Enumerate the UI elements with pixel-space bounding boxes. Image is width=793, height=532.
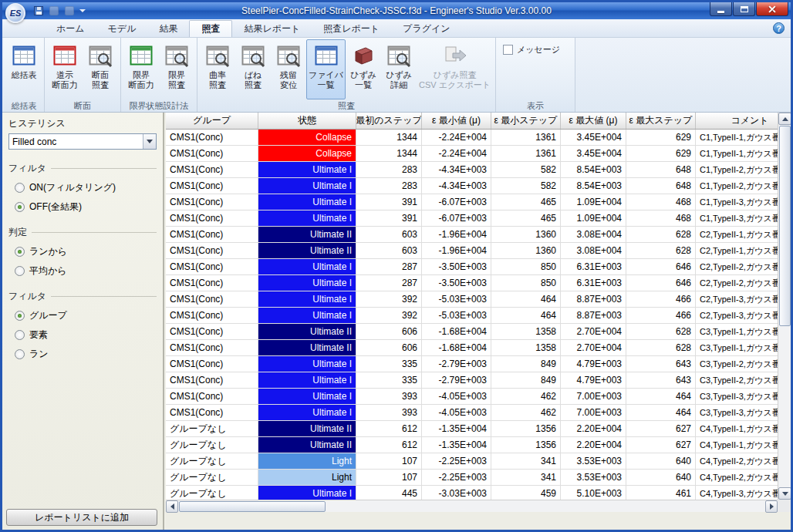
- column-header[interactable]: ε 最大ステップ: [626, 113, 696, 129]
- cell-min-step: 1360: [491, 227, 561, 243]
- table-row[interactable]: CMS1(Conc) Ultimate I 391 -6.07E+003 465…: [166, 210, 778, 227]
- tab-label: 結果: [159, 22, 177, 35]
- table-row[interactable]: グループなし Light 107 -2.25E+003 341 3.53E+00…: [166, 470, 778, 486]
- ribbon-button[interactable]: ファイバ 一覧: [306, 39, 346, 99]
- table-row[interactable]: CMS1(Conc) Ultimate I 335 -2.79E+003 849…: [166, 372, 778, 389]
- ribbon-button[interactable]: 限界 断面力: [123, 39, 159, 99]
- cell-min-step: 1356: [491, 437, 561, 453]
- dropdown-arrow-icon[interactable]: [143, 134, 156, 149]
- table-row[interactable]: CMS1(Conc) Collapse 1344 -2.24E+004 1361…: [166, 146, 778, 162]
- ribbon-button[interactable]: ひずみ 詳細: [381, 39, 417, 99]
- ribbon-button[interactable]: 断面 照査: [83, 39, 118, 99]
- table-row[interactable]: CMS1(Conc) Ultimate I 391 -6.07E+003 465…: [166, 194, 778, 210]
- ribbon-button[interactable]: 曲率 照査: [200, 39, 235, 99]
- table-row[interactable]: CMS1(Conc) Ultimate I 393 -4.05E+003 462…: [166, 389, 778, 405]
- close-button[interactable]: [756, 2, 788, 16]
- app-logo[interactable]: ES: [5, 3, 25, 23]
- radio-option[interactable]: ON(フィルタリング): [15, 181, 157, 194]
- scroll-down-icon[interactable]: [778, 487, 791, 500]
- column-header[interactable]: 最初のステップ: [356, 113, 422, 129]
- section-header: フィルタ: [8, 290, 157, 303]
- table-row[interactable]: CMS1(Conc) Collapse 1344 -2.24E+004 1361…: [166, 130, 778, 146]
- radio-option[interactable]: 要素: [15, 328, 157, 342]
- tab-結果レポート[interactable]: 結果レポート: [232, 20, 312, 37]
- cell-min-step: 849: [491, 356, 561, 372]
- horizontal-scroll-thumb[interactable]: [179, 501, 326, 512]
- ribbon-button[interactable]: 残留 変位: [271, 39, 306, 99]
- table-row[interactable]: CMS1(Conc) Ultimate I 283 -4.34E+003 582…: [166, 162, 778, 178]
- table-row[interactable]: CMS1(Conc) Ultimate I 392 -5.03E+003 464…: [166, 291, 778, 308]
- tab-照査レポート[interactable]: 照査レポート: [312, 20, 391, 37]
- tab-ホーム[interactable]: ホーム: [45, 20, 96, 37]
- cell-first-step: 1344: [356, 146, 422, 162]
- radio-option[interactable]: 平均から: [15, 264, 157, 278]
- tab-モデル[interactable]: モデル: [96, 20, 148, 37]
- radio-option[interactable]: ラン: [15, 348, 157, 361]
- table-row[interactable]: グループなし Ultimate II 612 -1.35E+004 1356 2…: [166, 421, 778, 437]
- ribbon-button-label: ひずみ 一覧: [350, 70, 376, 90]
- cell-first-step: 107: [356, 470, 422, 486]
- column-header[interactable]: ε 最小値 (μ): [422, 113, 491, 129]
- table-row[interactable]: グループなし Light 107 -2.25E+003 341 3.53E+00…: [166, 453, 778, 470]
- message-checkbox[interactable]: メッセージ: [503, 44, 560, 56]
- column-header[interactable]: グループ: [166, 113, 258, 129]
- ribbon-button-label: 断面 照査: [92, 70, 109, 90]
- scroll-up-icon[interactable]: [778, 113, 791, 125]
- radio-option[interactable]: ランから: [15, 245, 157, 258]
- table-row[interactable]: グループなし Ultimate I 445 -3.03E+003 459 5.1…: [166, 486, 778, 500]
- table-row[interactable]: CMS1(Conc) Ultimate II 603 -1.96E+004 13…: [166, 227, 778, 243]
- help-icon[interactable]: ?: [773, 22, 785, 34]
- sidebar: ヒステリシス Filled conc フィルタ ON(フィルタリング) OFF(…: [2, 113, 164, 530]
- radio-option[interactable]: グループ: [15, 309, 157, 322]
- tab-label: モデル: [108, 22, 137, 35]
- minimize-button[interactable]: [710, 2, 732, 16]
- cell-state: Light: [258, 453, 356, 470]
- ribbon-button[interactable]: ばね 照査: [235, 39, 271, 99]
- cell-first-step: 287: [356, 259, 422, 275]
- cell-min-value: -4.34E+003: [422, 178, 491, 194]
- section-divider: [51, 168, 157, 169]
- table-row[interactable]: CMS1(Conc) Ultimate I 393 -4.05E+003 462…: [166, 405, 778, 421]
- cell-min-value: -2.24E+004: [422, 130, 491, 146]
- table-row[interactable]: CMS1(Conc) Ultimate I 287 -3.50E+003 850…: [166, 275, 778, 291]
- table-row[interactable]: CMS1(Conc) Ultimate II 603 -1.96E+004 13…: [166, 243, 778, 259]
- vertical-scroll-thumb[interactable]: [779, 126, 791, 326]
- scroll-left-icon[interactable]: [166, 500, 178, 513]
- ribbon-button-label: ばね 照査: [245, 70, 262, 90]
- column-header[interactable]: ε 最小ステップ: [491, 113, 561, 129]
- table-row[interactable]: CMS1(Conc) Ultimate I 287 -3.50E+003 850…: [166, 259, 778, 275]
- table-row[interactable]: CMS1(Conc) Ultimate II 606 -1.68E+004 13…: [166, 340, 778, 356]
- tab-照査[interactable]: 照査: [189, 20, 232, 37]
- column-header[interactable]: ε 最大値 (μ): [561, 113, 626, 129]
- cell-state: Ultimate I: [258, 259, 356, 275]
- table-row[interactable]: CMS1(Conc) Ultimate I 283 -4.34E+003 582…: [166, 178, 778, 194]
- ribbon-button[interactable]: 道示 断面力: [47, 39, 83, 99]
- section-title: 判定: [8, 226, 27, 239]
- add-to-report-list-button[interactable]: レポートリストに追加: [6, 509, 157, 526]
- tab-プラグイン[interactable]: プラグイン: [391, 20, 461, 37]
- table-row[interactable]: CMS1(Conc) Ultimate II 606 -1.68E+004 13…: [166, 324, 778, 340]
- ribbon-button-icon: [128, 42, 154, 69]
- ribbon-groups: 総括表 総括表 道示 断面力 断面 照査 断面 限界 断面力 限界 照査 限界状…: [2, 38, 791, 112]
- ribbon-button[interactable]: 限界 照査: [159, 39, 194, 99]
- table-row[interactable]: グループなし Ultimate II 612 -1.35E+004 1356 2…: [166, 437, 778, 453]
- cell-first-step: 606: [356, 324, 422, 340]
- table-row[interactable]: CMS1(Conc) Ultimate I 392 -5.03E+003 464…: [166, 308, 778, 324]
- hysteresis-dropdown[interactable]: Filled conc: [8, 133, 157, 150]
- cell-max-step: 461: [626, 486, 696, 500]
- cell-group: グループなし: [166, 470, 258, 486]
- cell-group: グループなし: [166, 453, 258, 470]
- ribbon-button[interactable]: 総括表: [6, 39, 42, 99]
- table-row[interactable]: CMS1(Conc) Ultimate I 335 -2.79E+003 849…: [166, 356, 778, 372]
- horizontal-scrollbar[interactable]: [166, 500, 778, 512]
- cell-comment: C1,TypeII-1,ガウス番号 = 2: [696, 146, 778, 162]
- vertical-scrollbar[interactable]: [778, 113, 791, 500]
- ribbon-button-icon: [164, 42, 190, 69]
- scroll-right-icon[interactable]: [765, 500, 778, 513]
- radio-option[interactable]: OFF(全結果): [15, 200, 157, 214]
- column-header[interactable]: 状態: [258, 113, 356, 129]
- maximize-button[interactable]: [733, 2, 755, 16]
- cell-max-step: 628: [626, 243, 696, 259]
- tab-結果[interactable]: 結果: [147, 20, 189, 37]
- ribbon-button[interactable]: ひずみ 一覧: [346, 39, 381, 99]
